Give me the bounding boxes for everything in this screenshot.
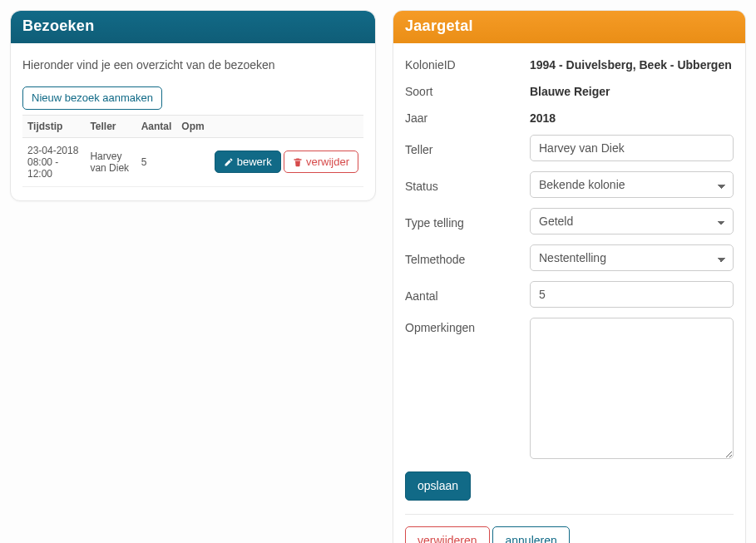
label-kolonieid: KolonieID (405, 55, 530, 72)
label-aantal: Aantal (405, 286, 530, 303)
trash-icon (293, 157, 303, 167)
col-tijdstip: Tijdstip (22, 115, 85, 137)
status-select[interactable]: Bekende kolonie (530, 171, 734, 198)
telmethode-select[interactable]: Nestentelling (530, 244, 734, 271)
label-jaar: Jaar (405, 108, 530, 125)
aantal-input[interactable] (530, 281, 734, 308)
cell-tijdstip: 23-04-2018 08:00 - 12:00 (22, 137, 85, 186)
type-telling-select[interactable]: Geteld (530, 208, 734, 234)
visits-table: Tijdstip Teller Aantal Opm 23-04-2018 08… (22, 115, 363, 187)
table-row: 23-04-2018 08:00 - 12:00 Harvey van Diek… (22, 137, 363, 186)
cell-teller: Harvey van Diek (85, 137, 136, 186)
label-teller: Teller (405, 140, 530, 156)
visits-panel-title: Bezoeken (11, 11, 375, 43)
divider (405, 514, 734, 515)
delete-row-label: verwijder (306, 155, 349, 169)
visits-panel: Bezoeken Hieronder vind je een overzicht… (10, 10, 376, 201)
opmerkingen-textarea[interactable] (530, 318, 734, 459)
value-kolonieid: 1994 - Duivelsberg, Beek - Ubbergen (530, 55, 732, 72)
visits-intro: Hieronder vind je een overzicht van de b… (22, 58, 363, 72)
pencil-icon (224, 157, 234, 167)
delete-row-button[interactable]: verwijder (284, 151, 358, 174)
delete-button[interactable]: verwijderen (405, 526, 490, 543)
col-aantal: Aantal (136, 115, 177, 137)
label-status: Status (405, 176, 530, 193)
label-soort: Soort (405, 81, 530, 98)
save-button[interactable]: opslaan (405, 471, 471, 501)
new-visit-button[interactable]: Nieuw bezoek aanmaken (22, 86, 162, 110)
label-telmethode: Telmethode (405, 249, 530, 266)
label-opmerkingen: Opmerkingen (405, 318, 530, 334)
cell-opm (176, 137, 209, 186)
cell-aantal: 5 (136, 137, 177, 186)
teller-input[interactable] (530, 135, 734, 161)
value-soort: Blauwe Reiger (530, 81, 610, 98)
col-teller: Teller (85, 115, 136, 137)
value-jaar: 2018 (530, 108, 556, 125)
year-panel: Jaargetal KolonieID 1994 - Duivelsberg, … (393, 10, 746, 543)
label-type-telling: Type telling (405, 213, 530, 230)
col-opm: Opm (176, 115, 209, 137)
year-panel-title: Jaargetal (393, 11, 745, 43)
cancel-button[interactable]: annuleren (492, 526, 569, 543)
edit-row-label: bewerk (237, 155, 272, 169)
edit-row-button[interactable]: bewerk (215, 151, 281, 174)
